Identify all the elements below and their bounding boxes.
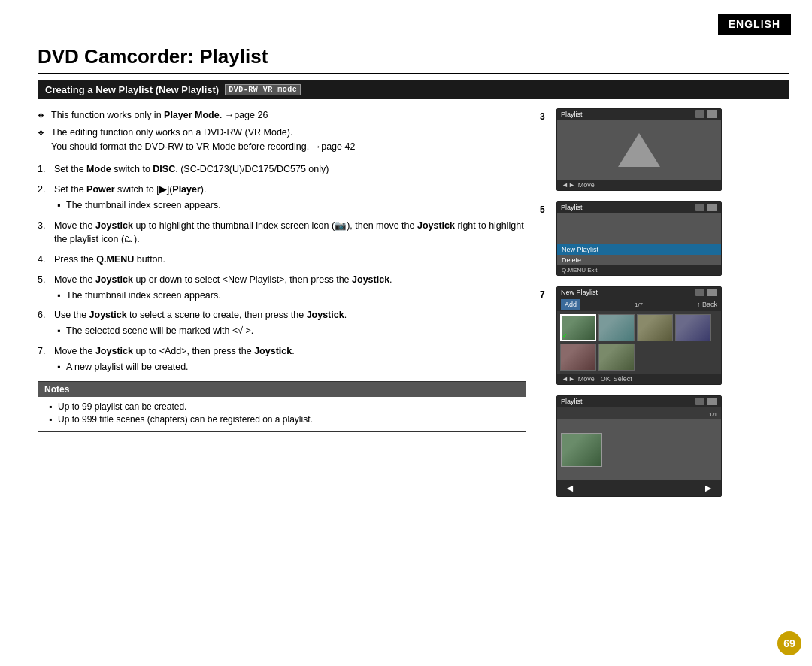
screen-3-wrapper: 3 Playlist [556,108,722,191]
bullet-item: The editing function only works on a DVD… [38,126,526,154]
thumbnail-1[interactable]: ✓ [560,314,596,341]
camera-icon [695,204,704,211]
screen-final: Playlist 1/1 ◄ [556,395,722,497]
screen-3-footer: ◄► Move [557,180,721,190]
step-sub-item: The selected scene will be marked with <… [54,324,526,338]
thumbnail-3[interactable] [637,314,673,341]
step-sub-item: The thumbnail index screen appears. [54,289,526,303]
thumbnail-4[interactable] [675,314,711,341]
final-count: 1/1 [709,411,717,418]
menu-delete: Delete [557,255,721,265]
step-item: 6. Use the Joystick to select a scene to… [38,308,526,338]
screen-7-footer: ◄► Move OK Select [557,374,721,384]
thumbnail-6[interactable] [598,344,635,371]
screen-5: Playlist New Playlist Delete Q.MENU Exit [556,201,722,276]
thumbnail-2[interactable] [598,314,635,341]
page-number: 69 [777,631,801,655]
nav-right-icon[interactable]: ► [703,482,714,494]
playlist-final-body [557,419,721,480]
bullet-item: This function works only in Player Mode.… [38,108,526,123]
camera-icon [695,110,704,118]
screen-7-label: 7 [540,289,545,300]
menu-new-playlist: New Playlist [557,244,721,255]
screen-7-footer-select: Select [614,375,632,383]
notes-item: Up to 99 playlist can be created. [46,401,518,412]
add-button[interactable]: Add [561,299,580,310]
notes-item: Up to 999 title scenes (chapters) can be… [46,414,518,425]
screen-5-label: 5 [540,204,545,215]
screen-7: New Playlist Add 1/7 ↑ Back ✓ [556,286,722,385]
screen-3: Playlist ◄► [556,108,722,191]
screen-3-footer-label: Move [578,181,595,189]
section-header: Creating a New Playlist (New Playlist) D… [38,80,789,99]
notes-header: Notes [38,382,526,397]
screen-5-footer: Q.MENU Exit [557,265,721,275]
menu-icon [707,110,717,118]
steps-list: 1. Set the Mode switch to DISC. (SC-DC17… [38,162,526,374]
notes-box: Notes Up to 99 playlist can be created. … [38,381,526,432]
screen-3-header: Playlist [561,110,583,118]
back-button: ↑ Back [697,301,717,308]
screen-final-wrapper: Playlist 1/1 ◄ [556,395,722,497]
screen-final-header: Playlist [561,398,583,405]
screen-7-header: New Playlist [561,289,598,296]
step-item: 1. Set the Mode switch to DISC. (SC-DC17… [38,162,526,177]
step-sub-item: The thumbnail index screen appears. [54,198,526,213]
page-title: DVD Camcorder: Playlist [38,45,789,74]
screen-5-header: Playlist [561,204,583,211]
bullet-list: This function works only in Player Mode.… [38,108,526,153]
step-item: 2. Set the Power switch to [▶](Player). … [38,183,526,213]
camera-icon [695,398,704,405]
playlist-thumb [561,433,602,467]
section-header-text: Creating a New Playlist (New Playlist) [45,84,219,95]
thumbnail-grid: ✓ [557,311,721,374]
camera-icon [695,289,704,296]
menu-icon [707,289,717,296]
screen-final-nav: ◄ ► [557,480,721,496]
thumbnail-5[interactable] [560,344,596,371]
step-item: 3. Move the Joystick up to highlight the… [38,219,526,247]
menu-icon [707,204,717,211]
language-badge: ENGLISH [718,14,791,35]
notes-content: Up to 99 playlist can be created. Up to … [38,397,526,431]
step-item: 4. Press the Q.MENU button. [38,253,526,267]
dvd-mode-badge: DVD-RW VR mode [225,84,301,95]
count-label: 1/7 [635,301,643,308]
screen-mockups: 3 Playlist [541,108,722,501]
menu-icon [707,398,717,405]
screen-5-footer-label: Q.MENU Exit [562,267,598,274]
screen-3-label: 3 [540,111,545,122]
nav-left-icon[interactable]: ◄ [565,482,575,494]
screen-7-footer-move: Move [578,375,595,383]
screen-7-wrapper: 7 New Playlist Add 1/7 ↑ B [556,286,722,385]
screen-5-wrapper: 5 Playlist New Playlist Delete [556,201,722,276]
step-sub-item: A new playlist will be created. [54,360,526,374]
step-item: 7. Move the Joystick up to <Add>, then p… [38,344,526,374]
step-item: 5. Move the Joystick up or down to selec… [38,273,526,303]
